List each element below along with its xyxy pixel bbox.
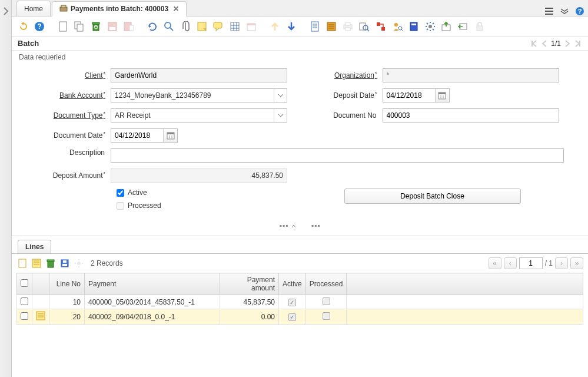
- col-processed[interactable]: Processed: [305, 273, 347, 295]
- svg-rect-44: [32, 259, 41, 267]
- cell-line-no: 20: [49, 309, 85, 325]
- nav-last-icon[interactable]: [574, 39, 582, 48]
- deposit-date-input[interactable]: [383, 89, 435, 102]
- product-info-icon[interactable]: [407, 20, 420, 33]
- deposit-batch-close-button[interactable]: Deposit Batch Close: [344, 188, 521, 204]
- col-payment[interactable]: Payment: [85, 273, 220, 295]
- process-icon[interactable]: [424, 20, 437, 33]
- processed-label: Processed: [128, 201, 161, 210]
- note-icon[interactable]: [195, 20, 208, 33]
- lines-delete-icon[interactable]: [45, 257, 57, 269]
- lines-process-icon[interactable]: [73, 257, 85, 269]
- chat-icon[interactable]: [212, 20, 225, 33]
- collapse-down-handle[interactable]: ▪▪▪: [311, 221, 321, 230]
- page-first-icon[interactable]: «: [489, 257, 501, 269]
- lock-icon[interactable]: [473, 20, 486, 33]
- report-icon[interactable]: [308, 20, 321, 33]
- table-row[interactable]: 20400002_09/04/2018_0.0_-10.00: [17, 309, 583, 325]
- active-checkbox[interactable]: [117, 189, 124, 197]
- zoom-icon[interactable]: [358, 20, 371, 33]
- table-row[interactable]: 10400000_05/03/2014_45837.50_-145,837.50: [17, 295, 583, 309]
- doctype-label[interactable]: Document Type: [28, 111, 111, 120]
- lines-form-icon[interactable]: [31, 257, 42, 269]
- row-edit-icon[interactable]: [36, 314, 45, 322]
- calendar-icon[interactable]: [245, 20, 258, 33]
- save-new-icon[interactable]: [122, 20, 135, 33]
- grid-toggle-icon[interactable]: [228, 20, 241, 33]
- copy-record-icon[interactable]: [73, 20, 86, 33]
- page-input[interactable]: [519, 257, 543, 269]
- bank-account-label[interactable]: Bank Account: [28, 91, 111, 100]
- help-corner-icon[interactable]: ?: [575, 6, 584, 16]
- svg-rect-34: [411, 24, 416, 25]
- row-select-checkbox[interactable]: [21, 312, 28, 320]
- row-select-checkbox[interactable]: [21, 297, 28, 305]
- sidebar-expand-handle[interactable]: [0, 0, 12, 377]
- doctype-select[interactable]: AR Receipt: [111, 108, 287, 123]
- client-label[interactable]: Client: [28, 71, 111, 80]
- bank-account-select[interactable]: 1234_MoneyBank_123456789: [111, 88, 287, 102]
- nav-first-icon[interactable]: [530, 39, 538, 48]
- refresh-icon[interactable]: [146, 20, 159, 33]
- cell-active-checkbox: [288, 313, 296, 321]
- svg-rect-13: [109, 27, 115, 30]
- export-icon[interactable]: [440, 20, 453, 33]
- docno-field[interactable]: [383, 108, 559, 123]
- lines-new-icon[interactable]: [16, 257, 28, 269]
- lines-tab[interactable]: Lines: [18, 240, 51, 253]
- parent-record-icon[interactable]: [268, 20, 281, 33]
- svg-rect-10: [92, 22, 99, 24]
- nav-prev-icon[interactable]: [540, 39, 549, 48]
- tab-home[interactable]: Home: [16, 1, 51, 16]
- search-icon[interactable]: [162, 20, 175, 33]
- page-prev-icon[interactable]: ‹: [504, 257, 517, 269]
- collapse-up-handle[interactable]: ▪▪▪: [280, 221, 296, 230]
- page-last-icon[interactable]: »: [570, 257, 583, 269]
- deposit-date-field[interactable]: [383, 88, 450, 102]
- docdate-input[interactable]: [111, 129, 163, 142]
- cell-amount: 45,837.50: [220, 295, 279, 309]
- active-wf-icon[interactable]: [374, 20, 387, 33]
- import-icon[interactable]: [457, 20, 470, 33]
- description-field[interactable]: [111, 148, 564, 163]
- lines-paginator: « ‹ / 1 › »: [489, 257, 583, 269]
- calendar-picker-icon[interactable]: [163, 129, 177, 142]
- undo-icon[interactable]: [16, 20, 29, 33]
- request-icon[interactable]: [391, 20, 404, 33]
- svg-rect-48: [62, 264, 67, 266]
- menu-icon[interactable]: [544, 6, 554, 16]
- delete-record-icon[interactable]: [89, 20, 102, 33]
- svg-rect-27: [360, 23, 366, 30]
- tab-close-icon[interactable]: ✕: [173, 5, 179, 13]
- docdate-label: Document Date: [28, 131, 111, 140]
- col-line-no[interactable]: Line No: [49, 273, 85, 295]
- page-next-icon[interactable]: ›: [555, 257, 568, 269]
- archive-icon[interactable]: [325, 20, 338, 33]
- svg-rect-40: [438, 92, 446, 94]
- nav-next-icon[interactable]: [563, 39, 572, 48]
- batch-section-header: Batch 1/1: [12, 37, 588, 51]
- docdate-field[interactable]: [111, 128, 178, 143]
- detail-record-icon[interactable]: [285, 20, 298, 33]
- save-icon[interactable]: [106, 20, 119, 33]
- col-active[interactable]: Active: [279, 273, 306, 295]
- cell-amount: 0.00: [220, 309, 279, 325]
- new-record-icon[interactable]: [57, 20, 69, 33]
- collapse-down-icon[interactable]: [560, 6, 569, 16]
- attachment-icon[interactable]: [179, 20, 192, 33]
- help-icon[interactable]: ?: [33, 20, 46, 33]
- col-select-all[interactable]: [17, 273, 32, 295]
- calendar-picker-icon[interactable]: [435, 89, 449, 102]
- print-icon[interactable]: [341, 20, 354, 33]
- svg-point-50: [77, 262, 81, 265]
- svg-rect-38: [477, 26, 483, 31]
- cell-active-checkbox: [288, 299, 296, 306]
- lines-section: Lines 2 Records « ‹ / 1 › »: [12, 236, 588, 325]
- svg-rect-51: [36, 312, 45, 320]
- tab-payments-batch[interactable]: Payments into Batch: 400003 ✕: [52, 1, 187, 16]
- main-toolbar: ?: [12, 16, 588, 37]
- org-label[interactable]: Organization: [300, 71, 383, 80]
- svg-rect-15: [129, 25, 134, 31]
- lines-save-icon[interactable]: [59, 257, 71, 269]
- col-payment-amount[interactable]: Payment amount: [220, 273, 279, 295]
